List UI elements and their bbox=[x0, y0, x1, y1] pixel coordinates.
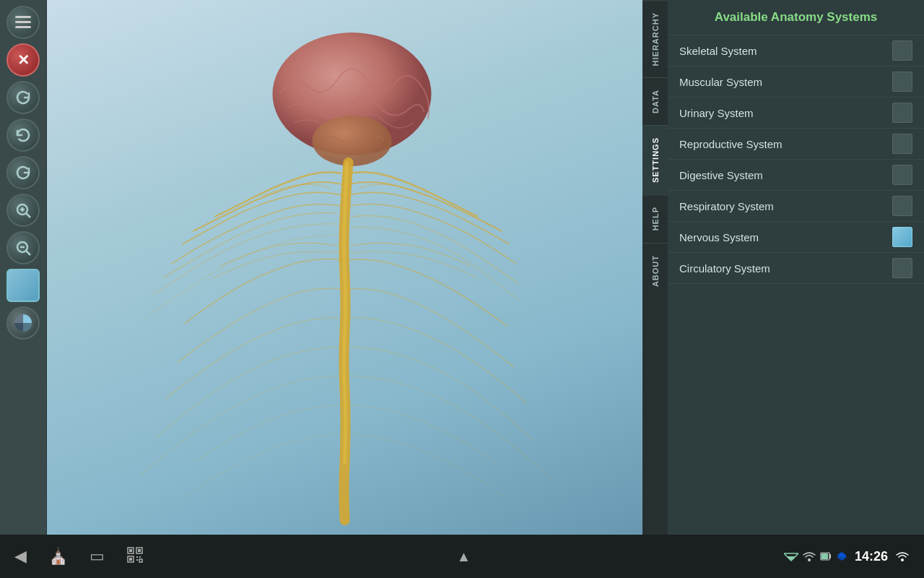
refresh-button[interactable] bbox=[6, 81, 40, 114]
svg-rect-19 bbox=[136, 556, 138, 558]
system-name-digestive: Digestive System bbox=[679, 169, 763, 181]
svg-rect-28 bbox=[829, 554, 831, 558]
system-name-reproductive: Reproductive System bbox=[679, 138, 783, 150]
svg-point-26 bbox=[808, 558, 811, 561]
3d-viewport[interactable] bbox=[47, 0, 642, 535]
right-sidebar: HIERARCHY DATA SETTINGS HELP ABOUT Avail… bbox=[642, 0, 924, 535]
side-tabs: HIERARCHY DATA SETTINGS HELP ABOUT bbox=[642, 0, 668, 535]
system-checkbox-skeletal[interactable] bbox=[892, 40, 912, 61]
system-name-skeletal: Skeletal System bbox=[679, 45, 757, 57]
recent-button[interactable]: ▭ bbox=[90, 547, 105, 566]
system-checkbox-muscular[interactable] bbox=[892, 72, 912, 92]
panel-title: Available Anatomy Systems bbox=[668, 0, 924, 35]
svg-line-4 bbox=[27, 214, 31, 218]
svg-rect-14 bbox=[129, 549, 132, 552]
dropbox-icon bbox=[836, 551, 847, 561]
center-nav: ▲ bbox=[457, 548, 471, 565]
svg-point-30 bbox=[901, 558, 904, 561]
system-row-respiratory[interactable]: Respiratory System bbox=[668, 191, 924, 222]
svg-rect-0 bbox=[15, 16, 31, 18]
svg-rect-21 bbox=[136, 559, 138, 561]
wifi-status-icon bbox=[895, 551, 910, 562]
system-row-reproductive[interactable]: Reproductive System bbox=[668, 129, 924, 160]
system-checkbox-nervous[interactable] bbox=[892, 227, 912, 247]
svg-rect-1 bbox=[15, 21, 31, 23]
center-button[interactable]: ▲ bbox=[457, 548, 471, 565]
signal-icon bbox=[784, 551, 798, 562]
system-name-respiratory: Respiratory System bbox=[679, 200, 774, 212]
system-name-nervous: Nervous System bbox=[679, 231, 759, 243]
tab-hierarchy[interactable]: HIERARCHY bbox=[642, 0, 668, 77]
bottom-bar: ◀ ⛪ ▭ ▲ bbox=[0, 535, 924, 578]
back-button[interactable]: ◀ bbox=[14, 547, 27, 566]
close-button[interactable]: ✕ bbox=[6, 43, 40, 77]
tab-about[interactable]: ABOUT bbox=[642, 243, 668, 298]
qr-button[interactable] bbox=[126, 546, 144, 567]
zoom-out-button[interactable] bbox=[6, 231, 40, 264]
menu-button[interactable] bbox=[6, 6, 40, 39]
system-row-muscular[interactable]: Muscular System bbox=[668, 66, 924, 98]
tab-data[interactable]: DATA bbox=[642, 77, 668, 125]
battery-icon bbox=[820, 551, 832, 561]
tab-help[interactable]: HELP bbox=[642, 194, 668, 242]
redo-button[interactable] bbox=[6, 156, 40, 189]
system-name-urinary: Urinary System bbox=[679, 107, 754, 119]
svg-rect-18 bbox=[129, 558, 132, 561]
svg-marker-25 bbox=[788, 558, 794, 561]
time-display: 14:26 bbox=[855, 549, 888, 564]
systems-list: Skeletal SystemMuscular SystemUrinary Sy… bbox=[668, 35, 924, 284]
system-row-nervous[interactable]: Nervous System bbox=[668, 222, 924, 253]
anatomy-svg bbox=[47, 0, 642, 535]
undo-button[interactable] bbox=[6, 118, 40, 152]
system-name-circulatory: Circulatory System bbox=[679, 262, 770, 275]
status-icons bbox=[784, 551, 847, 562]
layers-button[interactable] bbox=[6, 306, 40, 340]
system-row-skeletal[interactable]: Skeletal System bbox=[668, 35, 924, 66]
svg-rect-16 bbox=[138, 549, 141, 552]
system-row-circulatory[interactable]: Circulatory System bbox=[668, 253, 924, 284]
main-area: ✕ bbox=[0, 0, 924, 535]
status-bar-right: 14:26 bbox=[784, 549, 910, 564]
svg-rect-20 bbox=[139, 556, 141, 558]
system-row-digestive[interactable]: Digestive System bbox=[668, 160, 924, 191]
system-name-muscular: Muscular System bbox=[679, 76, 762, 88]
svg-rect-29 bbox=[821, 553, 828, 559]
left-toolbar: ✕ bbox=[0, 0, 47, 535]
system-row-urinary[interactable]: Urinary System bbox=[668, 98, 924, 129]
svg-rect-22 bbox=[139, 559, 142, 562]
home-button[interactable]: ⛪ bbox=[48, 547, 68, 566]
nav-icons-left: ◀ ⛪ ▭ bbox=[14, 546, 144, 567]
system-checkbox-reproductive[interactable] bbox=[892, 134, 912, 154]
zoom-in-button[interactable] bbox=[6, 194, 40, 227]
systems-panel: Available Anatomy Systems Skeletal Syste… bbox=[668, 0, 924, 535]
color-button[interactable] bbox=[6, 269, 40, 302]
system-checkbox-respiratory[interactable] bbox=[892, 196, 912, 216]
svg-rect-2 bbox=[15, 26, 31, 28]
tab-settings[interactable]: SETTINGS bbox=[642, 125, 668, 194]
system-checkbox-digestive[interactable] bbox=[892, 165, 912, 185]
svg-line-8 bbox=[27, 251, 31, 256]
system-checkbox-urinary[interactable] bbox=[892, 103, 912, 123]
svg-point-12 bbox=[313, 116, 392, 166]
wifi-icon bbox=[803, 551, 816, 562]
system-checkbox-circulatory[interactable] bbox=[892, 258, 912, 278]
